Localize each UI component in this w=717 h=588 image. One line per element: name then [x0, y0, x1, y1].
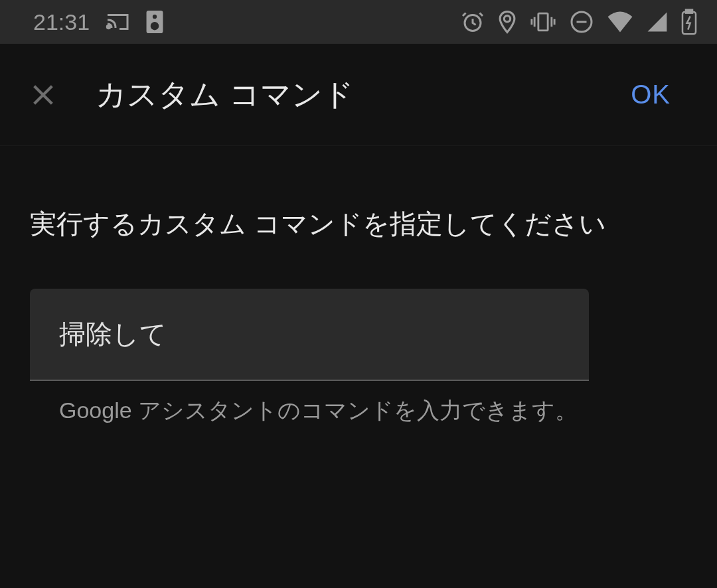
- close-icon: [30, 82, 56, 108]
- alarm-icon: [461, 10, 485, 34]
- ok-button[interactable]: OK: [631, 80, 690, 110]
- status-left: 21:31: [33, 9, 164, 35]
- helper-text: Google アシスタントのコマンドを入力できます。: [59, 396, 687, 426]
- status-right: [461, 9, 697, 35]
- svg-point-3: [151, 22, 159, 30]
- status-time: 21:31: [33, 9, 90, 35]
- command-input[interactable]: [30, 289, 589, 381]
- content-area: 実行するカスタム コマンドを指定してください Google アシスタントのコマン…: [0, 146, 717, 426]
- wifi-icon: [607, 11, 633, 33]
- close-button[interactable]: [27, 78, 60, 111]
- dnd-icon: [570, 10, 594, 34]
- instruction-text: 実行するカスタム コマンドを指定してください: [30, 206, 687, 242]
- speaker-icon: [145, 9, 164, 35]
- status-bar: 21:31: [0, 0, 717, 44]
- page-title: カスタム コマンド: [96, 74, 631, 115]
- signal-icon: [647, 11, 668, 33]
- svg-rect-6: [538, 13, 548, 31]
- svg-point-0: [107, 25, 110, 29]
- battery-icon: [681, 9, 697, 35]
- location-icon: [498, 9, 517, 35]
- svg-point-5: [504, 16, 510, 22]
- svg-point-2: [153, 15, 157, 19]
- cast-icon: [106, 12, 129, 32]
- vibrate-icon: [530, 11, 556, 33]
- svg-rect-9: [686, 10, 692, 13]
- app-bar: カスタム コマンド OK: [0, 44, 717, 146]
